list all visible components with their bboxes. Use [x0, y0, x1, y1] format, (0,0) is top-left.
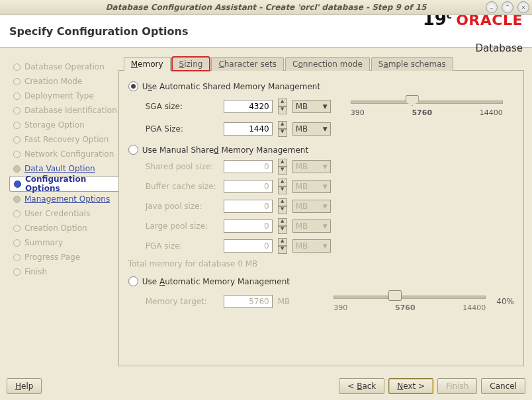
field-input	[224, 220, 273, 233]
footer: Help < Back Next > Finish Cancel	[0, 372, 532, 400]
slider-ticks: 390 5760 14400	[351, 108, 503, 117]
manual-size-row: Large pool size:▲▼MB▼	[146, 218, 514, 234]
step-label: Data Vault Option	[24, 164, 95, 173]
field-label: Large pool size:	[146, 221, 218, 231]
step-dot-icon	[13, 151, 21, 158]
window-title: Database Configuration Assistant - Creat…	[106, 3, 427, 12]
step-label: Deployment Type	[24, 91, 94, 100]
tab-sample-schemas[interactable]: Sample schemas	[371, 57, 453, 71]
titlebar: Database Configuration Assistant - Creat…	[0, 0, 532, 15]
minimize-button[interactable]: ⌄	[486, 1, 498, 13]
field-spinner: ▲▼	[278, 159, 287, 175]
radio-label: Use Automatic Memory Management	[142, 277, 290, 286]
step-label: User Credentials	[24, 209, 90, 218]
pga-label: PGA Size:	[146, 124, 218, 134]
sga-unit-select[interactable]: MB▼	[292, 100, 331, 113]
step-label: Summary	[24, 238, 63, 247]
field-label: Java pool size:	[146, 202, 218, 211]
step-label: Finish	[24, 267, 47, 276]
step-dot-icon	[13, 107, 21, 114]
step-label: Creation Option	[24, 223, 87, 233]
sga-label: SGA size:	[146, 102, 218, 111]
step-dot-icon	[13, 254, 21, 261]
field-input	[224, 200, 273, 213]
radio-icon	[128, 276, 138, 286]
manual-size-row: Shared pool size:▲▼MB▼	[146, 159, 514, 175]
step-label: Management Options	[24, 194, 110, 204]
tab-character-sets[interactable]: Character sets	[211, 57, 284, 71]
slider-ticks: 390 5760 14400	[333, 303, 486, 312]
radio-icon	[128, 145, 138, 155]
wizard-step: Storage Option	[12, 118, 118, 132]
field-unit-select: MB▼	[292, 239, 331, 253]
radio-label: Use Manual Shared Memory Management	[142, 145, 308, 155]
maximize-button[interactable]: ⌃	[502, 1, 513, 13]
field-input	[224, 160, 273, 173]
close-button[interactable]: ×	[517, 1, 529, 13]
sga-spinner[interactable]: ▲▼	[278, 99, 287, 114]
wizard-step: Fast Recovery Option	[12, 132, 118, 147]
step-label: Fast Recovery Option	[24, 135, 109, 144]
wizard-step: Finish	[12, 264, 118, 279]
pga-input[interactable]	[224, 122, 273, 136]
wizard-step: Creation Mode	[12, 74, 118, 89]
step-label: Creation Mode	[24, 77, 82, 86]
field-label: PGA size:	[146, 241, 218, 251]
sga-input[interactable]	[224, 100, 273, 113]
field-unit-select: MB▼	[292, 160, 331, 173]
total-memory-text: Total memory for database 0 MB	[128, 259, 514, 268]
tabstrip: Memory Sizing Character sets Connection …	[124, 54, 524, 70]
wizard-step: Creation Option	[12, 221, 118, 235]
radio-label: Use Automatic Shared Memory Management	[142, 82, 320, 91]
radio-manual-shared[interactable]: Use Manual Shared Memory Management	[128, 145, 514, 155]
field-input	[224, 239, 273, 253]
back-button[interactable]: < Back	[339, 378, 384, 394]
wizard-step: Network Configuration	[12, 147, 118, 161]
field-spinner: ▲▼	[278, 218, 287, 234]
step-dot-icon	[14, 180, 21, 188]
wizard-step: Progress Page	[12, 250, 118, 264]
step-label: Configuration Options	[25, 175, 118, 193]
step-label: Database Operation	[24, 62, 105, 71]
step-dot-icon	[13, 136, 21, 143]
memory-target-pct: 40%	[496, 297, 514, 306]
content-panel: Memory Sizing Character sets Connection …	[118, 54, 525, 372]
pga-spinner[interactable]: ▲▼	[278, 121, 287, 137]
wizard-step[interactable]: Configuration Options	[9, 176, 118, 192]
step-dot-icon	[13, 268, 21, 276]
manual-size-row: Java pool size:▲▼MB▼	[146, 198, 514, 214]
wizard-step: Summary	[12, 235, 118, 250]
next-button[interactable]: Next >	[388, 378, 433, 394]
step-dot-icon	[13, 165, 21, 173]
radio-auto-shared[interactable]: Use Automatic Shared Memory Management	[128, 81, 514, 91]
brand-logo: 19c ORACLE Database	[423, 9, 523, 54]
finish-button: Finish	[437, 378, 477, 394]
memory-target-unit: MB	[278, 297, 290, 306]
cancel-button[interactable]: Cancel	[481, 378, 525, 394]
radio-auto-memory[interactable]: Use Automatic Memory Management	[128, 276, 514, 286]
field-unit-select: MB▼	[292, 180, 331, 193]
wizard-steps-nav: Database OperationCreation ModeDeploymen…	[7, 54, 118, 372]
wizard-step: User Credentials	[12, 206, 118, 221]
pga-unit-select[interactable]: MB▼	[292, 122, 331, 136]
page-title: Specify Configuration Options	[9, 25, 188, 38]
field-unit-select: MB▼	[292, 200, 331, 213]
radio-icon	[128, 81, 138, 91]
field-spinner: ▲▼	[278, 238, 287, 254]
wizard-step: Database Identification	[12, 103, 118, 118]
step-dot-icon	[13, 225, 21, 232]
step-label: Storage Option	[24, 120, 85, 130]
field-spinner: ▲▼	[278, 198, 287, 214]
field-label: Shared pool size:	[146, 162, 218, 171]
tab-memory[interactable]: Memory	[124, 57, 171, 71]
memory-target-label: Memory target:	[146, 297, 218, 306]
step-label: Progress Page	[24, 253, 80, 262]
wizard-step[interactable]: Management Options	[12, 192, 118, 206]
tab-connection-mode[interactable]: Connection mode	[285, 57, 370, 71]
field-unit-select: MB▼	[292, 220, 331, 233]
tab-sizing[interactable]: Sizing	[172, 57, 210, 71]
sga-pga-slider[interactable]	[351, 95, 503, 107]
field-label: Buffer cache size:	[146, 182, 218, 191]
wizard-step[interactable]: Data Vault Option	[12, 161, 118, 176]
help-button[interactable]: Help	[7, 378, 42, 394]
